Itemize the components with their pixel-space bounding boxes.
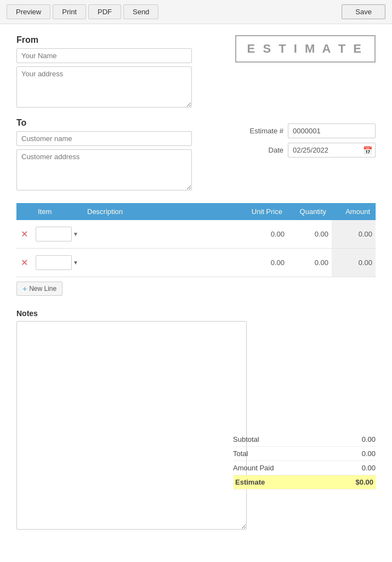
to-name-input[interactable]: [16, 131, 192, 146]
subtotal-row: Subtotal 0.00: [233, 432, 376, 447]
total-row: Total 0.00: [233, 447, 376, 461]
desc-input-2[interactable]: [85, 251, 235, 273]
remove-row-2-button[interactable]: ✕: [20, 258, 29, 267]
to-label: To: [16, 118, 192, 128]
table-row: ✕ ▼ 0.00 0.00 0.00: [16, 220, 376, 249]
td-remove-1: ✕: [16, 220, 32, 249]
notes-label: Notes: [16, 309, 376, 318]
th-remove: [16, 203, 32, 220]
th-description: Description: [82, 203, 238, 220]
item-input-1[interactable]: [36, 227, 72, 241]
toolbar-left: Preview Print PDF Send: [7, 4, 158, 19]
content: From E S T I M A T E To Estimate # Date: [0, 24, 392, 501]
th-quantity: Quantity: [288, 203, 332, 220]
from-label: From: [16, 35, 192, 45]
date-input[interactable]: [288, 143, 376, 158]
notes-summary-container: Notes Subtotal 0.00 Total 0.00 Amount Pa…: [16, 309, 376, 490]
items-table: Item Description Unit Price Quantity Amo…: [16, 203, 376, 277]
th-unit-price: Unit Price: [238, 203, 288, 220]
estimate-number-row: Estimate #: [240, 123, 376, 138]
notes-section: Notes: [16, 309, 376, 531]
from-address-input[interactable]: [16, 66, 192, 108]
td-item-2: ▼: [32, 249, 82, 277]
to-section: To: [16, 118, 192, 192]
to-address-input[interactable]: [16, 149, 192, 190]
td-desc-1: [82, 220, 238, 249]
item-dropdown-2: ▼: [36, 255, 78, 270]
th-item: Item: [32, 203, 82, 220]
total-label: Total: [233, 449, 248, 458]
plus-icon: +: [22, 284, 27, 293]
td-amount-2: 0.00: [332, 249, 376, 277]
preview-button[interactable]: Preview: [7, 4, 50, 19]
estimate-summary-label: Estimate: [235, 478, 265, 486]
send-button[interactable]: Send: [123, 4, 158, 19]
subtotal-label: Subtotal: [233, 435, 259, 443]
remove-row-1-button[interactable]: ✕: [20, 230, 29, 239]
print-button[interactable]: Print: [53, 4, 86, 19]
page: Preview Print PDF Send Save From E S T I…: [0, 0, 392, 562]
estimate-summary-row: Estimate $0.00: [233, 475, 376, 490]
to-row: To Estimate # Date 📅: [16, 118, 376, 192]
pdf-button[interactable]: PDF: [88, 4, 121, 19]
toolbar: Preview Print PDF Send Save: [0, 0, 392, 24]
td-item-1: ▼: [32, 220, 82, 249]
td-quantity-2: 0.00: [288, 249, 332, 277]
table-row: ✕ ▼ 0.00 0.00 0.00: [16, 249, 376, 277]
from-section: From: [16, 35, 192, 109]
estimate-number-label: Estimate #: [240, 127, 283, 135]
summary-table: Subtotal 0.00 Total 0.00 Amount Paid 0.0…: [233, 432, 376, 490]
item-dropdown-1: ▼: [36, 227, 78, 241]
total-value: 0.00: [362, 449, 376, 458]
item-input-2[interactable]: [36, 255, 72, 270]
dropdown-arrow-icon-1[interactable]: ▼: [73, 231, 78, 237]
new-line-button[interactable]: + New Line: [16, 282, 63, 296]
td-unit-price-2: 0.00: [238, 249, 288, 277]
table-header-row: Item Description Unit Price Quantity Amo…: [16, 203, 376, 220]
td-amount-1: 0.00: [332, 220, 376, 249]
new-line-label: New Line: [29, 285, 56, 293]
td-unit-price-1: 0.00: [238, 220, 288, 249]
estimate-number-input[interactable]: [288, 123, 376, 138]
amount-paid-label: Amount Paid: [233, 464, 274, 472]
td-remove-2: ✕: [16, 249, 32, 277]
subtotal-value: 0.00: [362, 435, 376, 443]
notes-textarea[interactable]: [16, 321, 247, 530]
desc-input-1[interactable]: [85, 222, 235, 244]
from-to-section: From E S T I M A T E: [16, 35, 376, 109]
date-input-wrap: 📅: [288, 143, 376, 158]
date-label: Date: [240, 146, 283, 154]
to-right: Estimate # Date 📅: [240, 118, 376, 158]
estimate-title: E S T I M A T E: [235, 35, 376, 63]
th-amount: Amount: [332, 203, 376, 220]
save-button[interactable]: Save: [342, 4, 385, 19]
date-row: Date 📅: [240, 143, 376, 158]
td-quantity-1: 0.00: [288, 220, 332, 249]
estimate-summary-value: $0.00: [355, 478, 373, 486]
amount-paid-value: 0.00: [362, 464, 376, 472]
amount-paid-row: Amount Paid 0.00: [233, 461, 376, 475]
from-name-input[interactable]: [16, 48, 192, 63]
td-desc-2: [82, 249, 238, 277]
calendar-icon[interactable]: 📅: [363, 146, 372, 155]
dropdown-arrow-icon-2[interactable]: ▼: [73, 260, 78, 266]
